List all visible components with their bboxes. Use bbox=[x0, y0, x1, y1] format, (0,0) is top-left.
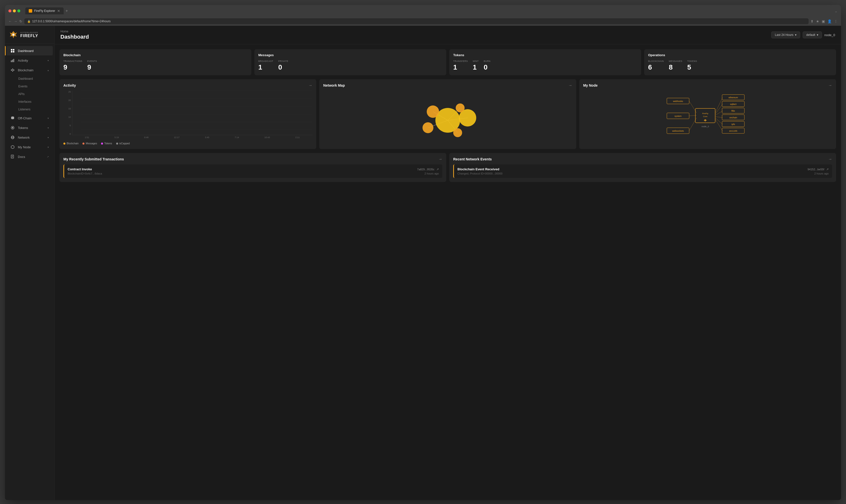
more-icon[interactable]: ⋮ bbox=[834, 19, 838, 23]
ops-messages-metric: MESSAGES 8 bbox=[669, 60, 683, 71]
svg-text:erc1155: erc1155 bbox=[729, 130, 737, 132]
tab-title: FireFly Explorer bbox=[34, 9, 55, 13]
messages-stat-card: Messages BROADCAST 1 PRIVATE 0 bbox=[254, 49, 446, 75]
y-label-5: 5 bbox=[64, 124, 71, 127]
tx-external-link-icon[interactable]: ↗ bbox=[436, 167, 439, 171]
legend-blockchain: Blockchain bbox=[64, 142, 78, 145]
y-label-10: 10 bbox=[64, 116, 71, 118]
network-events-panel-header: Recent Network Events → bbox=[453, 157, 832, 161]
my-node-title: My Node bbox=[583, 84, 598, 87]
sidebar-logo: HYPERLEDGER FIREFLY bbox=[5, 26, 54, 44]
sidebar-item-docs[interactable]: Docs ↗ bbox=[6, 152, 53, 161]
svg-text:webhooks: webhooks bbox=[673, 100, 683, 103]
minimize-button[interactable] bbox=[13, 10, 16, 12]
broadcast-metric: BROADCAST 1 bbox=[258, 60, 274, 71]
share-icon[interactable]: ⬆ bbox=[811, 19, 814, 23]
namespace-button[interactable]: default ▾ bbox=[803, 32, 822, 38]
svg-point-1 bbox=[12, 34, 15, 36]
forward-button[interactable]: → bbox=[14, 19, 17, 23]
sidebar-sub-item-listeners[interactable]: Listeners bbox=[6, 106, 53, 113]
tab-close-button[interactable]: ✕ bbox=[57, 9, 60, 13]
tokens-card-title: Tokens bbox=[453, 53, 637, 57]
y-label-25: 25 bbox=[64, 91, 71, 93]
chevron-down-icon-network: ▾ bbox=[48, 136, 49, 139]
active-tab[interactable]: FireFly Explorer ✕ bbox=[25, 7, 64, 14]
svg-rect-3 bbox=[13, 49, 14, 51]
transactions-panel-arrow[interactable]: → bbox=[438, 157, 442, 161]
sidebar-item-label-blockchain: Blockchain bbox=[18, 68, 45, 72]
window-menu-button[interactable]: ⌄ bbox=[834, 9, 838, 13]
database-icon bbox=[11, 116, 15, 120]
private-metric: PRIVATE 0 bbox=[278, 60, 288, 71]
svg-line-15 bbox=[13, 70, 14, 71]
main-content: Home Dashboard Last 24 Hours ▾ default ▾… bbox=[54, 26, 841, 500]
ops-messages-value: 8 bbox=[669, 64, 683, 71]
network-events-panel-arrow[interactable]: → bbox=[828, 157, 832, 161]
close-button[interactable] bbox=[8, 10, 12, 12]
sidebar-sub-item-apis[interactable]: APIs bbox=[6, 90, 53, 98]
new-tab-button[interactable]: + bbox=[66, 9, 68, 13]
sidebar-sub-item-interfaces[interactable]: Interfaces bbox=[6, 98, 53, 106]
mint-metric: MINT 1 bbox=[473, 60, 479, 71]
breadcrumb: Home bbox=[60, 30, 89, 33]
sidebar-toggle-icon[interactable]: ▣ bbox=[822, 19, 825, 23]
sidebar-item-network[interactable]: Network ▾ bbox=[6, 133, 53, 142]
private-label: PRIVATE bbox=[278, 60, 288, 62]
sidebar-item-activity[interactable]: Activity ▾ bbox=[6, 56, 53, 65]
tokens-stat-card: Tokens TRANSFERS 1 MINT 1 BURN bbox=[449, 49, 641, 75]
svg-text:ethereum: ethereum bbox=[728, 96, 738, 99]
x-label-1: 1:51 bbox=[85, 136, 89, 140]
chevron-down-icon-tokens: ▾ bbox=[48, 126, 49, 129]
grid-line-10 bbox=[81, 114, 312, 114]
sidebar-item-label-docs: Docs bbox=[18, 155, 44, 159]
title-section: Home Dashboard bbox=[60, 30, 89, 40]
url-field[interactable]: 🔒 127.0.0.1:5000/ui/namespaces/default/h… bbox=[24, 18, 809, 24]
event-external-link-icon[interactable]: ↗ bbox=[826, 167, 829, 171]
svg-text:node_0: node_0 bbox=[701, 125, 709, 128]
svg-line-16 bbox=[12, 70, 13, 71]
namespace-label: default bbox=[806, 33, 815, 37]
network-map-arrow[interactable]: → bbox=[568, 83, 572, 88]
mint-label: MINT bbox=[473, 60, 479, 62]
x-label-4: 12:17 bbox=[174, 136, 179, 140]
sidebar-item-dashboard[interactable]: Dashboard bbox=[6, 46, 53, 55]
svg-rect-5 bbox=[13, 51, 14, 53]
sidebar-item-mynode[interactable]: My Node ▾ bbox=[6, 142, 53, 152]
my-node-viz: webhooks system websockets bbox=[583, 91, 832, 145]
sidebar-item-offchain[interactable]: Off-Chain ▾ bbox=[6, 113, 53, 123]
time-filter-button[interactable]: Last 24 Hours ▾ bbox=[771, 32, 800, 38]
sidebar-item-label-network: Network bbox=[18, 136, 45, 139]
bookmark-icon[interactable]: ★ bbox=[816, 19, 819, 23]
stat-cards-row: Blockchain TRANSACTIONS 9 EVENTS 9 bbox=[59, 49, 836, 75]
node-button[interactable]: node_0 bbox=[825, 33, 835, 37]
legend-label-iscapped: isCapped bbox=[119, 142, 130, 145]
svg-line-50 bbox=[715, 116, 722, 118]
sidebar-item-blockchain[interactable]: Blockchain ▴ bbox=[6, 65, 53, 75]
maximize-button[interactable] bbox=[17, 10, 20, 12]
back-button[interactable]: ← bbox=[8, 19, 12, 23]
events-metric: EVENTS 9 bbox=[87, 60, 97, 71]
my-node-panel: My Node → webhooks system w bbox=[579, 79, 836, 149]
tokens-metrics: TRANSFERS 1 MINT 1 BURN 0 bbox=[453, 60, 637, 71]
blockchain-icon bbox=[11, 68, 15, 72]
ops-blockchain-value: 6 bbox=[648, 64, 664, 71]
event-footer: Changed, Protocol ID=00000...00000 2 hou… bbox=[457, 172, 829, 175]
legend-dot-iscapped bbox=[116, 143, 118, 145]
reload-button[interactable]: ↻ bbox=[19, 19, 22, 23]
burn-metric: BURN 0 bbox=[484, 60, 491, 71]
svg-line-14 bbox=[13, 69, 14, 70]
transfers-label: TRANSFERS bbox=[453, 60, 468, 62]
sidebar-item-tokens[interactable]: Tokens ▾ bbox=[6, 123, 53, 132]
event-protocol-id: Changed, Protocol ID=00000...00000 bbox=[457, 172, 503, 175]
network-events-panel-title: Recent Network Events bbox=[453, 157, 492, 161]
legend-dot-tokens bbox=[101, 143, 103, 145]
node-bottom-right bbox=[453, 128, 462, 137]
chart-y-labels: 25 20 15 10 5 0 bbox=[64, 91, 71, 135]
sidebar-sub-item-events[interactable]: Events bbox=[6, 83, 53, 90]
profile-icon[interactable]: 👤 bbox=[827, 19, 832, 23]
bottom-panels-row: My Recently Submitted Transactions → Con… bbox=[59, 153, 836, 182]
chart-grid-lines bbox=[81, 91, 312, 130]
sidebar-sub-item-dashboard[interactable]: Dashboard bbox=[6, 75, 53, 83]
my-node-arrow[interactable]: → bbox=[828, 83, 832, 88]
activity-panel-arrow[interactable]: → bbox=[309, 83, 312, 88]
